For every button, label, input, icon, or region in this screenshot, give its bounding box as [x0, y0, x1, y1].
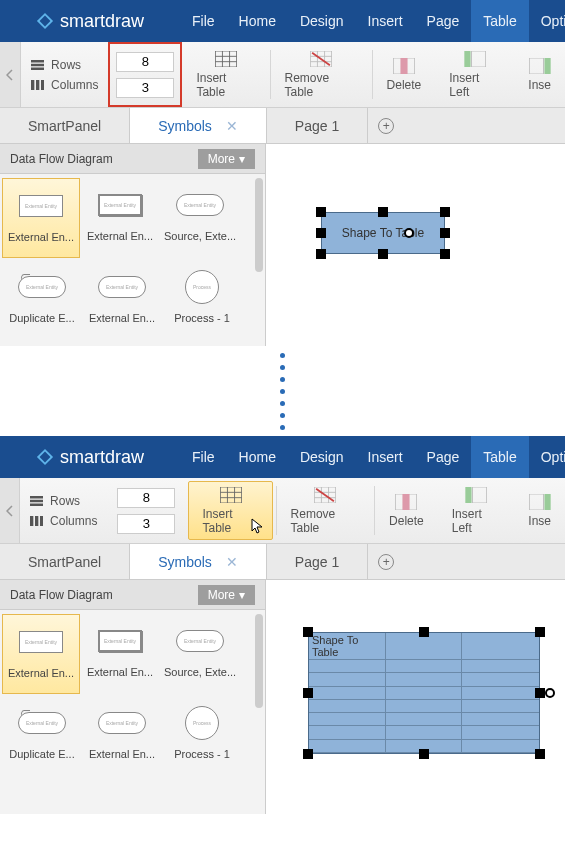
menu-option[interactable]: Option	[529, 436, 565, 478]
tab-page1[interactable]: Page 1	[267, 108, 368, 143]
table-cell[interactable]	[462, 713, 539, 726]
rows-input[interactable]	[116, 52, 174, 72]
add-page-button[interactable]: +	[368, 108, 404, 143]
table-cell[interactable]	[309, 687, 386, 700]
menu-page[interactable]: Page	[415, 436, 472, 478]
table-cell[interactable]	[462, 740, 539, 753]
menu-page[interactable]: Page	[415, 0, 472, 42]
tab-smartpanel[interactable]: SmartPanel	[0, 108, 130, 143]
shape-item[interactable]: External EntityExternal En...	[2, 614, 80, 694]
menu-home[interactable]: Home	[227, 436, 288, 478]
rotate-handle[interactable]	[545, 688, 555, 698]
rotate-handle[interactable]	[404, 228, 414, 238]
menu-file[interactable]: File	[180, 436, 227, 478]
table-cell[interactable]	[462, 633, 539, 660]
table-cell[interactable]	[462, 660, 539, 673]
insert-right-button[interactable]: Inse	[514, 42, 565, 107]
shape-item[interactable]: External EntityExternal En...	[82, 260, 162, 342]
tab-page1[interactable]: Page 1	[267, 544, 368, 579]
resize-handle[interactable]	[316, 228, 326, 238]
table-cell[interactable]	[462, 726, 539, 739]
shape-item[interactable]: External EntityExternal En...	[2, 178, 80, 258]
remove-table-button[interactable]: Remove Table	[271, 42, 372, 107]
shape-item[interactable]: External EntitySource, Exte...	[160, 614, 240, 696]
table-cell[interactable]	[386, 726, 463, 739]
table-cell[interactable]	[309, 713, 386, 726]
scrollbar-thumb[interactable]	[255, 178, 263, 272]
canvas[interactable]: Shape To Table	[266, 580, 565, 814]
shape-item[interactable]: External EntityExternal En...	[82, 696, 162, 778]
table-cell[interactable]	[462, 673, 539, 686]
resize-handle[interactable]	[378, 249, 388, 259]
scrollbar-thumb[interactable]	[255, 614, 263, 708]
insert-left-button[interactable]: Insert Left	[438, 478, 515, 543]
resize-handle[interactable]	[316, 249, 326, 259]
menu-table[interactable]: Table	[471, 0, 528, 42]
table-cell[interactable]	[309, 700, 386, 713]
selected-shape[interactable]: Shape To Table	[321, 212, 445, 254]
table-cell[interactable]	[386, 633, 463, 660]
resize-handle[interactable]	[535, 627, 545, 637]
table-cell[interactable]	[386, 700, 463, 713]
resize-handle[interactable]	[440, 228, 450, 238]
resize-handle[interactable]	[419, 627, 429, 637]
columns-input[interactable]	[117, 514, 175, 534]
delete-button[interactable]: Delete	[375, 478, 438, 543]
shape-item[interactable]: External EntityDuplicate E...	[2, 260, 82, 342]
resize-handle[interactable]	[303, 627, 313, 637]
menu-file[interactable]: File	[180, 0, 227, 42]
table-cell[interactable]	[386, 687, 463, 700]
ribbon-collapse-button[interactable]	[0, 478, 20, 543]
resize-handle[interactable]	[316, 207, 326, 217]
close-tab-icon[interactable]: ✕	[226, 108, 238, 144]
selected-table-shape[interactable]: Shape To Table	[308, 632, 540, 754]
menu-home[interactable]: Home	[227, 0, 288, 42]
resize-handle[interactable]	[419, 749, 429, 759]
tab-symbols[interactable]: Symbols✕	[130, 108, 267, 143]
shape-item[interactable]: External EntityExternal En...	[80, 178, 160, 260]
delete-button[interactable]: Delete	[373, 42, 436, 107]
shape-item[interactable]: ProcessProcess - 1	[162, 260, 242, 342]
tab-symbols[interactable]: Symbols✕	[130, 544, 267, 579]
resize-handle[interactable]	[303, 749, 313, 759]
resize-handle[interactable]	[535, 749, 545, 759]
shape-item[interactable]: ProcessProcess - 1	[162, 696, 242, 778]
remove-table-button[interactable]: Remove Table	[277, 478, 375, 543]
menu-design[interactable]: Design	[288, 0, 356, 42]
menu-design[interactable]: Design	[288, 436, 356, 478]
rows-input[interactable]	[117, 488, 175, 508]
resize-handle[interactable]	[303, 688, 313, 698]
table-cell[interactable]	[309, 726, 386, 739]
canvas[interactable]: Shape To Table	[266, 144, 565, 346]
insert-right-button[interactable]: Inse	[514, 478, 565, 543]
shape-item[interactable]: External EntityDuplicate E...	[2, 696, 82, 778]
insert-table-button[interactable]: Insert Table	[182, 42, 269, 107]
resize-handle[interactable]	[440, 249, 450, 259]
shape-item[interactable]: External EntityExternal En...	[80, 614, 160, 696]
more-button[interactable]: More▾	[198, 149, 255, 169]
columns-input[interactable]	[116, 78, 174, 98]
more-button[interactable]: More▾	[198, 585, 255, 605]
resize-handle[interactable]	[440, 207, 450, 217]
table-cell[interactable]	[309, 673, 386, 686]
insert-table-button-hover[interactable]: Insert Table	[188, 481, 272, 540]
menu-table[interactable]: Table	[471, 436, 528, 478]
menu-insert[interactable]: Insert	[356, 436, 415, 478]
table-cell[interactable]	[462, 700, 539, 713]
menu-insert[interactable]: Insert	[356, 0, 415, 42]
table-cell[interactable]	[386, 713, 463, 726]
shape-item[interactable]: External EntitySource, Exte...	[160, 178, 240, 260]
table-cell[interactable]	[386, 673, 463, 686]
table-cell[interactable]	[462, 687, 539, 700]
close-tab-icon[interactable]: ✕	[226, 544, 238, 580]
tab-smartpanel[interactable]: SmartPanel	[0, 544, 130, 579]
table-cell[interactable]	[309, 740, 386, 753]
resize-handle[interactable]	[535, 688, 545, 698]
table-cell[interactable]: Shape To Table	[309, 633, 386, 660]
table-cell[interactable]	[309, 660, 386, 673]
resize-handle[interactable]	[378, 207, 388, 217]
menu-option[interactable]: Option	[529, 0, 565, 42]
insert-left-button[interactable]: Insert Left	[435, 42, 514, 107]
add-page-button[interactable]: +	[368, 544, 404, 579]
table-cell[interactable]	[386, 660, 463, 673]
